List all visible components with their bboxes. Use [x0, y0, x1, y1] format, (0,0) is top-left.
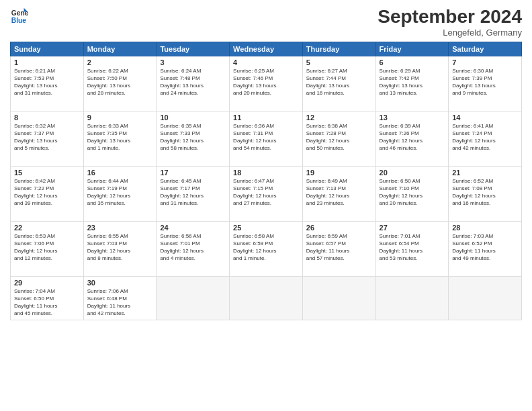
location: Lengefeld, Germany: [378, 28, 522, 38]
calendar-day: 2Sunrise: 6:22 AM Sunset: 7:50 PM Daylig…: [83, 56, 157, 111]
day-number: 2: [87, 58, 153, 66]
day-info: Sunrise: 6:39 AM Sunset: 7:26 PM Dayligh…: [380, 122, 445, 152]
day-info: Sunrise: 6:47 AM Sunset: 7:15 PM Dayligh…: [233, 177, 299, 208]
day-number: 8: [14, 113, 80, 122]
day-info: Sunrise: 6:49 AM Sunset: 7:13 PM Dayligh…: [306, 177, 372, 208]
day-info: Sunrise: 6:52 AM Sunset: 7:08 PM Dayligh…: [452, 177, 518, 208]
calendar-day: 30Sunrise: 7:06 AM Sunset: 6:48 PM Dayli…: [83, 276, 157, 320]
day-number: 25: [233, 224, 299, 232]
calendar-day: 23Sunrise: 6:55 AM Sunset: 7:03 PM Dayli…: [83, 221, 157, 276]
day-number: 10: [160, 113, 226, 122]
day-number: 20: [380, 169, 445, 177]
day-number: 26: [306, 224, 372, 232]
svg-text:Blue: Blue: [11, 17, 27, 24]
day-info: Sunrise: 6:32 AM Sunset: 7:37 PM Dayligh…: [14, 122, 80, 152]
day-number: 30: [87, 279, 153, 287]
day-info: Sunrise: 6:21 AM Sunset: 7:53 PM Dayligh…: [14, 67, 80, 97]
day-number: 16: [87, 169, 153, 177]
day-number: 27: [380, 224, 445, 232]
day-number: 15: [14, 169, 80, 177]
calendar-day: [375, 276, 449, 320]
calendar-day: 19Sunrise: 6:49 AM Sunset: 7:13 PM Dayli…: [302, 166, 375, 221]
calendar-header-row: SundayMondayTuesdayWednesdayThursdayFrid…: [11, 42, 522, 56]
day-number: 17: [160, 169, 226, 177]
day-info: Sunrise: 7:01 AM Sunset: 6:54 PM Dayligh…: [380, 232, 445, 263]
calendar-day: [230, 276, 303, 320]
calendar-day: [302, 276, 375, 320]
calendar-day: 12Sunrise: 6:38 AM Sunset: 7:28 PM Dayli…: [302, 111, 375, 166]
day-info: Sunrise: 6:59 AM Sunset: 6:57 PM Dayligh…: [306, 232, 372, 263]
day-number: 9: [87, 113, 153, 122]
calendar-day: 14Sunrise: 6:41 AM Sunset: 7:24 PM Dayli…: [449, 111, 522, 166]
weekday-header: Sunday: [11, 42, 84, 56]
calendar-day: 6Sunrise: 6:29 AM Sunset: 7:42 PM Daylig…: [375, 56, 449, 111]
day-info: Sunrise: 7:06 AM Sunset: 6:48 PM Dayligh…: [87, 287, 153, 318]
day-info: Sunrise: 6:58 AM Sunset: 6:59 PM Dayligh…: [233, 232, 299, 263]
weekday-header: Saturday: [449, 42, 522, 56]
day-number: 11: [233, 113, 299, 122]
day-number: 18: [233, 169, 299, 177]
day-number: 12: [306, 113, 372, 122]
day-info: Sunrise: 6:42 AM Sunset: 7:22 PM Dayligh…: [14, 177, 80, 208]
day-info: Sunrise: 6:22 AM Sunset: 7:50 PM Dayligh…: [87, 67, 153, 97]
weekday-header: Friday: [375, 42, 449, 56]
day-info: Sunrise: 6:27 AM Sunset: 7:44 PM Dayligh…: [306, 67, 372, 97]
calendar-day: 11Sunrise: 6:36 AM Sunset: 7:31 PM Dayli…: [230, 111, 303, 166]
calendar-day: 13Sunrise: 6:39 AM Sunset: 7:26 PM Dayli…: [375, 111, 449, 166]
day-number: 24: [160, 224, 226, 232]
calendar-day: 22Sunrise: 6:53 AM Sunset: 7:06 PM Dayli…: [11, 221, 84, 276]
day-number: 29: [14, 279, 80, 287]
day-info: Sunrise: 6:38 AM Sunset: 7:28 PM Dayligh…: [306, 122, 372, 152]
day-info: Sunrise: 6:55 AM Sunset: 7:03 PM Dayligh…: [87, 232, 153, 263]
day-info: Sunrise: 6:36 AM Sunset: 7:31 PM Dayligh…: [233, 122, 299, 152]
day-number: 22: [14, 224, 80, 232]
day-info: Sunrise: 6:30 AM Sunset: 7:39 PM Dayligh…: [452, 67, 518, 97]
calendar-day: [449, 276, 522, 320]
day-number: 1: [14, 58, 80, 66]
day-info: Sunrise: 6:53 AM Sunset: 7:06 PM Dayligh…: [14, 232, 80, 263]
title-area: September 2024 Lengefeld, Germany: [378, 7, 522, 38]
day-number: 28: [452, 224, 518, 232]
logo-icon: General Blue: [10, 7, 29, 26]
calendar-day: 10Sunrise: 6:35 AM Sunset: 7:33 PM Dayli…: [157, 111, 230, 166]
day-number: 19: [306, 169, 372, 177]
calendar-day: 5Sunrise: 6:27 AM Sunset: 7:44 PM Daylig…: [302, 56, 375, 111]
calendar-day: 15Sunrise: 6:42 AM Sunset: 7:22 PM Dayli…: [11, 166, 84, 221]
day-number: 21: [452, 169, 518, 177]
calendar-day: 27Sunrise: 7:01 AM Sunset: 6:54 PM Dayli…: [375, 221, 449, 276]
calendar-day: 26Sunrise: 6:59 AM Sunset: 6:57 PM Dayli…: [302, 221, 375, 276]
weekday-header: Wednesday: [230, 42, 303, 56]
day-number: 7: [452, 58, 518, 66]
day-number: 13: [380, 113, 445, 122]
calendar-day: 29Sunrise: 7:04 AM Sunset: 6:50 PM Dayli…: [11, 276, 84, 320]
day-info: Sunrise: 6:56 AM Sunset: 7:01 PM Dayligh…: [160, 232, 226, 263]
calendar-day: 1Sunrise: 6:21 AM Sunset: 7:53 PM Daylig…: [11, 56, 84, 111]
month-title: September 2024: [378, 7, 522, 28]
calendar-day: 17Sunrise: 6:45 AM Sunset: 7:17 PM Dayli…: [157, 166, 230, 221]
day-number: 6: [380, 58, 445, 66]
day-info: Sunrise: 7:03 AM Sunset: 6:52 PM Dayligh…: [452, 232, 518, 263]
calendar-day: 3Sunrise: 6:24 AM Sunset: 7:48 PM Daylig…: [157, 56, 230, 111]
calendar-day: 4Sunrise: 6:25 AM Sunset: 7:46 PM Daylig…: [230, 56, 303, 111]
calendar-day: 20Sunrise: 6:50 AM Sunset: 7:10 PM Dayli…: [375, 166, 449, 221]
day-number: 23: [87, 224, 153, 232]
header: General Blue September 2024 Lengefeld, G…: [10, 7, 522, 38]
calendar-day: [157, 276, 230, 320]
day-info: Sunrise: 6:24 AM Sunset: 7:48 PM Dayligh…: [160, 67, 226, 97]
day-number: 3: [160, 58, 226, 66]
calendar-day: 9Sunrise: 6:33 AM Sunset: 7:35 PM Daylig…: [83, 111, 157, 166]
day-info: Sunrise: 6:45 AM Sunset: 7:17 PM Dayligh…: [160, 177, 226, 208]
weekday-header: Tuesday: [157, 42, 230, 56]
day-info: Sunrise: 6:50 AM Sunset: 7:10 PM Dayligh…: [380, 177, 445, 208]
weekday-header: Monday: [83, 42, 157, 56]
calendar-day: 24Sunrise: 6:56 AM Sunset: 7:01 PM Dayli…: [157, 221, 230, 276]
calendar-day: 25Sunrise: 6:58 AM Sunset: 6:59 PM Dayli…: [230, 221, 303, 276]
day-info: Sunrise: 6:33 AM Sunset: 7:35 PM Dayligh…: [87, 122, 153, 152]
day-number: 4: [233, 58, 299, 66]
calendar-day: 8Sunrise: 6:32 AM Sunset: 7:37 PM Daylig…: [11, 111, 84, 166]
day-number: 5: [306, 58, 372, 66]
weekday-header: Thursday: [302, 42, 375, 56]
day-info: Sunrise: 7:04 AM Sunset: 6:50 PM Dayligh…: [14, 287, 80, 318]
day-info: Sunrise: 6:41 AM Sunset: 7:24 PM Dayligh…: [452, 122, 518, 152]
day-number: 14: [452, 113, 518, 122]
